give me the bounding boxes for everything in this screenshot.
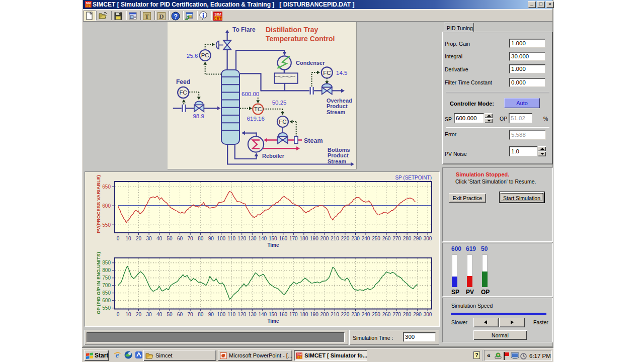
svg-text:800: 800 xyxy=(102,267,111,273)
svg-text:750: 750 xyxy=(102,275,111,281)
svg-text:40: 40 xyxy=(156,236,163,241)
svg-text:Distillation Tray: Distillation Tray xyxy=(266,26,318,34)
svg-text:PC: PC xyxy=(201,52,209,58)
svg-text:40: 40 xyxy=(156,312,163,317)
svg-text:600.00: 600.00 xyxy=(242,91,259,97)
svg-text:14.5: 14.5 xyxy=(336,70,347,76)
svg-text:240: 240 xyxy=(362,312,370,317)
svg-text:260: 260 xyxy=(382,236,391,241)
svg-text:240: 240 xyxy=(362,236,370,241)
svg-text:10: 10 xyxy=(125,236,131,241)
svg-text:OP (PID O/P IN ENG.UNITS): OP (PID O/P IN ENG.UNITS) xyxy=(96,252,101,314)
svg-text:FC: FC xyxy=(279,119,286,125)
svg-text:CET: CET xyxy=(86,5,92,8)
svg-text:220: 220 xyxy=(341,312,350,317)
svg-text:FC: FC xyxy=(323,70,331,76)
svg-text:Product: Product xyxy=(328,152,349,158)
svg-text:140: 140 xyxy=(258,312,267,317)
svg-text:170: 170 xyxy=(289,236,298,241)
svg-text:Temperature Control: Temperature Control xyxy=(266,35,335,43)
svg-text:850: 850 xyxy=(102,260,111,265)
svg-text:110: 110 xyxy=(227,312,235,317)
svg-text:700: 700 xyxy=(102,283,111,288)
svg-text:190: 190 xyxy=(310,236,318,241)
svg-text:Time: Time xyxy=(267,242,279,248)
svg-text:200: 200 xyxy=(320,236,329,241)
svg-text:110: 110 xyxy=(227,236,235,241)
svg-text:PV(PROCESS VARIABLE): PV(PROCESS VARIABLE) xyxy=(96,175,101,233)
svg-text:170: 170 xyxy=(289,312,298,317)
svg-text:650: 650 xyxy=(102,184,111,190)
svg-text:60: 60 xyxy=(177,312,183,317)
svg-text:130: 130 xyxy=(248,312,257,317)
svg-text:50: 50 xyxy=(167,236,173,241)
svg-text:30: 30 xyxy=(146,236,152,241)
svg-text:Time: Time xyxy=(267,318,279,324)
svg-text:FC: FC xyxy=(180,89,187,96)
svg-text:230: 230 xyxy=(351,236,360,241)
svg-text:Feed: Feed xyxy=(176,78,190,85)
svg-text:120: 120 xyxy=(237,312,246,317)
svg-text:180: 180 xyxy=(300,236,308,241)
svg-text:?: ? xyxy=(174,13,178,20)
svg-text:550: 550 xyxy=(102,305,111,311)
svg-text:98.9: 98.9 xyxy=(193,113,204,119)
svg-text:20: 20 xyxy=(136,312,142,317)
svg-text:70: 70 xyxy=(188,236,194,241)
svg-text:70: 70 xyxy=(188,312,194,317)
svg-text:130: 130 xyxy=(248,236,257,241)
svg-text:210: 210 xyxy=(331,312,339,317)
svg-text:120: 120 xyxy=(237,236,246,241)
svg-text:290: 290 xyxy=(413,236,422,241)
svg-text:TC: TC xyxy=(254,106,262,112)
svg-text:T: T xyxy=(145,12,149,20)
svg-text:250: 250 xyxy=(372,236,380,241)
svg-text:Bottoms: Bottoms xyxy=(328,147,350,153)
svg-text:D: D xyxy=(159,12,164,20)
svg-text:Steam: Steam xyxy=(304,137,323,144)
svg-text:Reboiler: Reboiler xyxy=(262,153,285,159)
svg-text:150: 150 xyxy=(269,312,277,317)
svg-text:20: 20 xyxy=(136,236,142,241)
svg-text:270: 270 xyxy=(392,236,401,241)
svg-text:180: 180 xyxy=(300,312,308,317)
svg-text:160: 160 xyxy=(279,312,287,317)
svg-text:280: 280 xyxy=(403,312,412,317)
svg-text:To Flare: To Flare xyxy=(232,26,256,33)
svg-text:300: 300 xyxy=(424,236,432,241)
svg-text:160: 160 xyxy=(279,236,287,241)
svg-text:600: 600 xyxy=(102,203,111,209)
svg-text:90: 90 xyxy=(208,236,214,241)
svg-text:230: 230 xyxy=(351,312,360,317)
svg-text:80: 80 xyxy=(198,312,204,317)
svg-text:CET: CET xyxy=(297,355,302,358)
svg-text:Stream: Stream xyxy=(327,109,346,115)
svg-text:140: 140 xyxy=(258,236,267,241)
svg-text:CET: CET xyxy=(214,16,222,21)
svg-text:190: 190 xyxy=(310,312,318,317)
svg-text:80: 80 xyxy=(198,236,204,241)
svg-text:25.6: 25.6 xyxy=(187,53,198,59)
svg-text:Stream: Stream xyxy=(328,158,347,164)
svg-text:50: 50 xyxy=(167,312,173,317)
svg-text:50.25: 50.25 xyxy=(272,100,287,106)
svg-text:650: 650 xyxy=(102,290,111,296)
svg-text:210: 210 xyxy=(331,236,339,241)
svg-text:220: 220 xyxy=(341,236,350,241)
svg-text:200: 200 xyxy=(320,312,329,317)
svg-text:300: 300 xyxy=(424,312,432,317)
svg-text:30: 30 xyxy=(146,312,152,317)
svg-text:Product: Product xyxy=(327,103,348,109)
svg-text:600: 600 xyxy=(102,298,111,303)
svg-text:619.16: 619.16 xyxy=(247,116,265,122)
svg-text:290: 290 xyxy=(413,312,422,317)
svg-text:0: 0 xyxy=(117,236,120,241)
svg-text:550: 550 xyxy=(102,222,111,228)
svg-text:10: 10 xyxy=(125,312,131,317)
svg-text:250: 250 xyxy=(372,312,380,317)
svg-text:100: 100 xyxy=(217,312,225,317)
svg-text:150: 150 xyxy=(269,236,277,241)
svg-text:280: 280 xyxy=(403,236,412,241)
svg-text:e: e xyxy=(116,351,119,359)
svg-text:SP (SETPOINT): SP (SETPOINT) xyxy=(395,175,432,180)
